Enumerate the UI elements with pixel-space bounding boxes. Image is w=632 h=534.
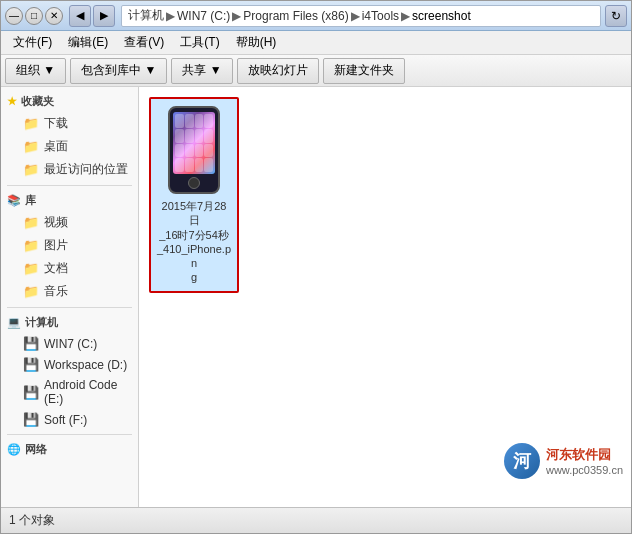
sidebar: ★ 收藏夹 📁 下载 📁 桌面 📁 最近访问的位置 (1, 87, 139, 507)
sep-2: ▶ (232, 9, 241, 23)
watermark-text: 河东软件园 www.pc0359.cn (546, 446, 623, 476)
title-bar: — □ ✕ ◀ ▶ 计算机 ▶ WIN7 (C:) ▶ Program File… (1, 1, 631, 31)
app-3 (195, 114, 204, 128)
libraries-section: 📚 库 📁 视频 📁 图片 📁 文档 📁 音乐 (1, 190, 138, 303)
sep-1: ▶ (166, 9, 175, 23)
refresh-button[interactable]: ↻ (605, 5, 627, 27)
minimize-button[interactable]: — (5, 7, 23, 25)
address-part-3: Program Files (x86) (243, 9, 348, 23)
menu-file[interactable]: 文件(F) (5, 32, 60, 53)
app-9 (175, 144, 184, 158)
favorites-header: ★ 收藏夹 (1, 91, 138, 112)
file-item-iphone-screenshot[interactable]: 2015年7月28日 _16时7分54秒 _410_iPhone.pn g (149, 97, 239, 293)
computer-label: 计算机 (25, 315, 58, 330)
new-folder-button[interactable]: 新建文件夹 (323, 58, 405, 84)
sidebar-item-documents[interactable]: 📁 文档 (1, 257, 138, 280)
sidebar-item-video[interactable]: 📁 视频 (1, 211, 138, 234)
libraries-header: 📚 库 (1, 190, 138, 211)
sidebar-item-desktop[interactable]: 📁 桌面 (1, 135, 138, 158)
sidebar-item-d-drive[interactable]: 💾 Workspace (D:) (1, 354, 138, 375)
music-icon: 📁 (23, 284, 39, 299)
file-label-line4: g (191, 271, 197, 283)
app-12 (204, 144, 213, 158)
back-button[interactable]: ◀ (69, 5, 91, 27)
sidebar-label-d: Workspace (D:) (44, 358, 127, 372)
app-7 (195, 129, 204, 143)
app-13 (175, 158, 184, 172)
app-2 (185, 114, 194, 128)
sidebar-item-pictures[interactable]: 📁 图片 (1, 234, 138, 257)
star-icon: ★ (7, 95, 17, 108)
explorer-window: — □ ✕ ◀ ▶ 计算机 ▶ WIN7 (C:) ▶ Program File… (0, 0, 632, 534)
documents-icon: 📁 (23, 261, 39, 276)
sidebar-item-e-drive[interactable]: 💾 Android Code (E:) (1, 375, 138, 409)
app-4 (204, 114, 213, 128)
app-5 (175, 129, 184, 143)
sidebar-label-video: 视频 (44, 214, 68, 231)
address-part-4: i4Tools (362, 9, 399, 23)
app-15 (195, 158, 204, 172)
folder-icon: 📁 (23, 162, 39, 177)
slideshow-button[interactable]: 放映幻灯片 (237, 58, 319, 84)
nav-arrows: ◀ ▶ (69, 5, 115, 27)
sidebar-label-documents: 文档 (44, 260, 68, 277)
drive-e-icon: 💾 (23, 385, 39, 400)
sidebar-label-recent: 最近访问的位置 (44, 161, 128, 178)
sidebar-label-e: Android Code (E:) (44, 378, 132, 406)
address-bar[interactable]: 计算机 ▶ WIN7 (C:) ▶ Program Files (x86) ▶ … (121, 5, 601, 27)
window-controls: — □ ✕ (5, 7, 63, 25)
menu-tools[interactable]: 工具(T) (172, 32, 227, 53)
share-button[interactable]: 共享 ▼ (171, 58, 232, 84)
main-content: ★ 收藏夹 📁 下载 📁 桌面 📁 最近访问的位置 (1, 87, 631, 507)
file-icon (159, 105, 229, 195)
file-area: 2015年7月28日 _16时7分54秒 _410_iPhone.pn g 河 … (139, 87, 631, 507)
network-section: 🌐 网络 (1, 439, 138, 460)
computer-icon: 💻 (7, 316, 21, 329)
sep-4: ▶ (401, 9, 410, 23)
divider-1 (7, 185, 132, 186)
maximize-button[interactable]: □ (25, 7, 43, 25)
divider-3 (7, 434, 132, 435)
folder-icon: 📁 (23, 139, 39, 154)
organize-button[interactable]: 组织 ▼ (5, 58, 66, 84)
address-part-5: screenshot (412, 9, 471, 23)
app-6 (185, 129, 194, 143)
forward-button[interactable]: ▶ (93, 5, 115, 27)
app-10 (185, 144, 194, 158)
libraries-label: 库 (25, 193, 36, 208)
sidebar-label-pictures: 图片 (44, 237, 68, 254)
close-button[interactable]: ✕ (45, 7, 63, 25)
status-count: 1 个对象 (9, 512, 55, 529)
computer-header: 💻 计算机 (1, 312, 138, 333)
address-part-1: 计算机 (128, 7, 164, 24)
divider-2 (7, 307, 132, 308)
library-icon: 📚 (7, 194, 21, 207)
include-library-button[interactable]: 包含到库中 ▼ (70, 58, 167, 84)
app-1 (175, 114, 184, 128)
file-label-line1: 2015年7月28日 (162, 200, 227, 226)
sep-3: ▶ (351, 9, 360, 23)
sidebar-label-f: Soft (F:) (44, 413, 87, 427)
app-16 (204, 158, 213, 172)
watermark-site-name: 河东软件园 (546, 446, 623, 464)
sidebar-item-c-drive[interactable]: 💾 WIN7 (C:) (1, 333, 138, 354)
file-label-line3: _410_iPhone.pn (157, 243, 231, 269)
menu-view[interactable]: 查看(V) (116, 32, 172, 53)
sidebar-item-recent[interactable]: 📁 最近访问的位置 (1, 158, 138, 181)
sidebar-item-download[interactable]: 📁 下载 (1, 112, 138, 135)
sidebar-label-download: 下载 (44, 115, 68, 132)
watermark-url: www.pc0359.cn (546, 464, 623, 476)
status-bar: 1 个对象 (1, 507, 631, 533)
folder-icon: 📁 (23, 116, 39, 131)
menu-help[interactable]: 帮助(H) (228, 32, 285, 53)
app-11 (195, 144, 204, 158)
menu-bar: 文件(F) 编辑(E) 查看(V) 工具(T) 帮助(H) (1, 31, 631, 55)
favorites-label: 收藏夹 (21, 94, 54, 109)
drive-f-icon: 💾 (23, 412, 39, 427)
phone-screen (173, 112, 215, 174)
menu-edit[interactable]: 编辑(E) (60, 32, 116, 53)
sidebar-item-f-drive[interactable]: 💾 Soft (F:) (1, 409, 138, 430)
video-icon: 📁 (23, 215, 39, 230)
sidebar-item-music[interactable]: 📁 音乐 (1, 280, 138, 303)
sidebar-label-desktop: 桌面 (44, 138, 68, 155)
